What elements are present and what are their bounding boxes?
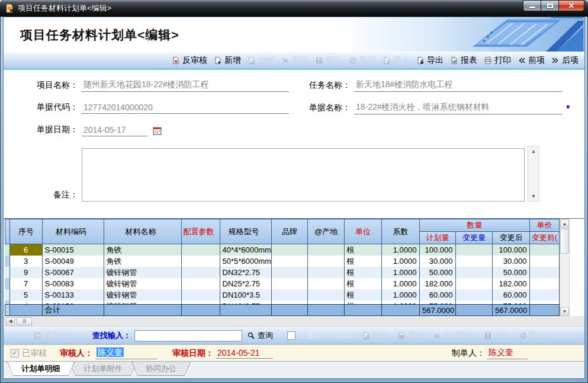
cell-origin[interactable] (307, 289, 344, 301)
cell-before_price[interactable] (529, 278, 559, 289)
maximize-button[interactable] (541, 0, 558, 11)
cell-planned[interactable]: 30.000 (419, 256, 455, 267)
cell-after[interactable]: 30.000 (492, 256, 529, 267)
cell-brand[interactable] (271, 278, 307, 289)
col-unit-header[interactable]: 单位 (345, 219, 382, 244)
cell-brand[interactable] (271, 244, 307, 256)
cell-changed[interactable] (455, 278, 492, 289)
next-item-button[interactable]: 后项 (551, 55, 579, 66)
col-seq-header[interactable]: 序号 (10, 219, 43, 244)
anti-audit-button[interactable]: 反审核 (172, 55, 207, 66)
cell-after[interactable]: 100.000 (492, 244, 529, 256)
print-button[interactable]: 打印 (484, 55, 511, 66)
cell-changed[interactable] (455, 244, 492, 256)
search-input[interactable] (134, 330, 242, 341)
cell-spec[interactable]: DN32*2.75 (220, 267, 271, 278)
filter-icon[interactable]: ▽ (156, 231, 160, 236)
cell-name[interactable]: 镀锌钢管 (104, 278, 181, 289)
horizontal-scroll-thumb[interactable] (17, 317, 32, 325)
cell-config[interactable] (181, 289, 220, 301)
doc-date-value[interactable]: 2014-05-17 (82, 125, 148, 136)
col-config-header[interactable]: 配置参数▽ (182, 219, 220, 244)
filter-icon[interactable]: ▽ (214, 231, 218, 236)
grid-row[interactable]: 7S-00083镀锌钢管DN25*2.75根1.0000182.000182.0… (5, 278, 559, 289)
minimize-button[interactable] (523, 0, 541, 11)
cell-before_price[interactable] (529, 244, 559, 256)
grid-horizontal-scrollbar[interactable]: ◀ (4, 316, 584, 327)
cell-planned[interactable]: 182.000 (419, 278, 455, 289)
vertical-scroll-thumb[interactable] (560, 229, 569, 254)
maker-value[interactable]: 陈义奎 (487, 347, 528, 359)
col-after-header[interactable]: 变更后 (493, 232, 530, 244)
cell-coef[interactable]: 1.0000 (381, 278, 419, 289)
cell-ind[interactable] (5, 289, 9, 301)
grid-row[interactable]: 5S-00133镀锌钢管DN100*3.5根1.000060.00060.000 (5, 289, 559, 301)
cell-code[interactable]: S-00083 (42, 278, 104, 289)
cell-brand[interactable] (271, 289, 307, 301)
cell-changed[interactable] (455, 289, 492, 301)
col-spec-header[interactable]: 规格型号▽ (220, 219, 272, 244)
cell-planned[interactable]: 60.000 (419, 289, 455, 301)
cell-spec[interactable]: 40*4*6000mm (220, 244, 271, 256)
col-planned-header[interactable]: 计划量 (420, 232, 456, 244)
grid-vertical-scrollbar[interactable]: ▲ ▼ (560, 219, 570, 317)
col-origin-header[interactable]: @产地 (308, 219, 345, 244)
auditor-field[interactable]: 陈义奎 (95, 347, 157, 359)
cell-before_price[interactable] (529, 267, 559, 278)
cell-code[interactable]: S-00049 (42, 256, 104, 267)
cell-changed[interactable] (455, 267, 492, 278)
col-changed-header[interactable]: 变更量 (456, 232, 493, 244)
tab-2[interactable]: 计划单附件 (69, 362, 137, 376)
remarks-input[interactable] (82, 148, 525, 202)
cell-origin[interactable] (307, 278, 344, 289)
cell-after[interactable]: 50.000 (492, 267, 529, 278)
cell-ind[interactable] (5, 244, 9, 256)
cell-after[interactable]: 60.000 (492, 289, 529, 301)
scroll-down-button[interactable]: ▼ (560, 307, 569, 316)
cell-origin[interactable] (307, 267, 344, 278)
grid-row[interactable]: 6S-00015角铁40*4*6000mm根1.0000100.000100.0… (5, 244, 559, 256)
cell-brand[interactable] (271, 256, 307, 267)
cell-code[interactable]: S-00015 (42, 244, 104, 256)
cell-spec[interactable]: DN100*3.5 (220, 289, 271, 301)
cell-name[interactable]: 角铁 (104, 244, 181, 256)
doc-code-value[interactable]: 127742014000020 (82, 103, 289, 114)
filter-icon[interactable]: ▽ (87, 231, 91, 236)
cell-seq[interactable]: 3 (9, 256, 42, 267)
cell-seq[interactable]: 6 (9, 244, 42, 256)
cell-planned[interactable]: 50.000 (419, 267, 455, 278)
cell-seq[interactable]: 5 (9, 289, 42, 301)
cell-config[interactable] (181, 267, 220, 278)
cell-seq[interactable]: 9 (9, 267, 42, 278)
cell-code[interactable]: S-00133 (42, 289, 104, 301)
cell-name[interactable]: 镀锌钢管 (104, 289, 181, 301)
cell-unit[interactable]: 根 (344, 244, 381, 256)
remarks-scrollbar[interactable]: ▲ ▼ (528, 146, 539, 202)
add-new-button[interactable]: 新增 (214, 55, 241, 66)
cell-name[interactable]: 角铁 (104, 256, 181, 267)
tab-3[interactable]: 协同办公 (131, 362, 191, 376)
cell-config[interactable] (181, 244, 220, 256)
query-button[interactable]: 查询 (247, 330, 273, 341)
filter-icon[interactable]: ▽ (259, 231, 263, 236)
col-brand-header[interactable]: 品牌 (272, 219, 308, 244)
col-name-header[interactable]: 材料名称▽ (104, 219, 182, 244)
cell-coef[interactable]: 1.0000 (381, 244, 419, 256)
cell-code[interactable]: S-00067 (42, 267, 104, 278)
cell-origin[interactable] (307, 244, 344, 256)
cell-coef[interactable]: 1.0000 (381, 289, 419, 301)
grid-row[interactable]: 9S-00067镀锌钢管DN32*2.75根1.000050.00050.000 (5, 267, 559, 278)
scroll-up-icon[interactable]: ▲ (531, 148, 536, 154)
task-name-value[interactable]: 新天地18#楼消防水电工程 (354, 79, 563, 92)
cell-before_price[interactable] (529, 289, 559, 301)
scroll-left-button[interactable]: ◀ (6, 317, 15, 325)
grid-row[interactable]: 3S-00049角铁50*5*6000mm根1.000030.00030.000 (5, 256, 559, 267)
cell-before_price[interactable] (529, 256, 559, 267)
cell-ind[interactable] (5, 267, 9, 278)
scroll-up-button[interactable]: ▲ (560, 219, 569, 228)
export-button[interactable]: 导出 (416, 55, 444, 66)
cell-ind[interactable] (5, 256, 9, 267)
cell-unit[interactable]: 根 (344, 289, 381, 301)
cell-name[interactable]: 镀锌钢管 (104, 267, 181, 278)
col-code-header[interactable]: 材料编码▽ (43, 219, 104, 244)
